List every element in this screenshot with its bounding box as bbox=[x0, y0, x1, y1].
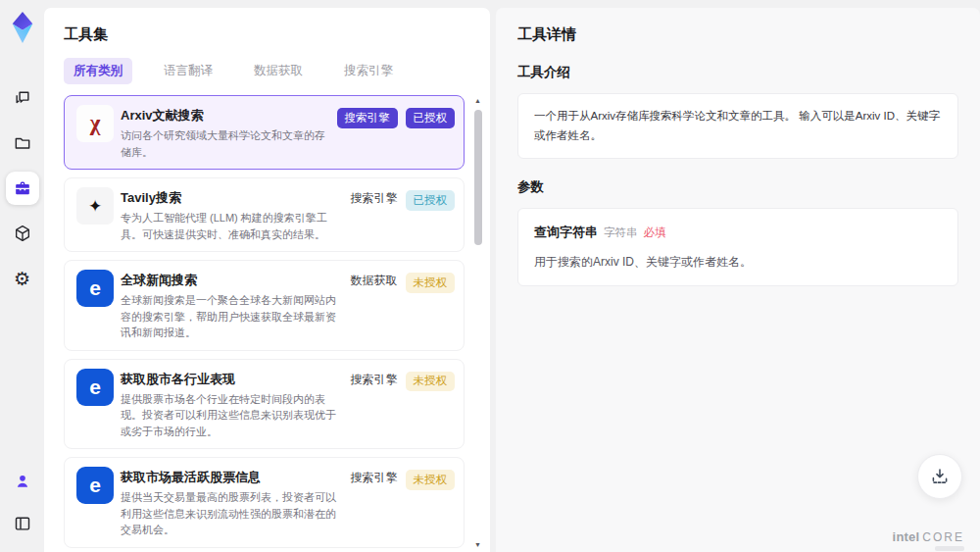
category-tab-1[interactable]: 语言翻译 bbox=[154, 58, 222, 84]
category-label: 搜索引擎 bbox=[351, 470, 398, 486]
category-tabs: 所有类别语言翻译数据获取搜索引擎 bbox=[64, 58, 490, 83]
intro-box: 一个用于从Arxiv存储库搜索科学论文和文章的工具。 输入可以是Arxiv ID… bbox=[517, 93, 958, 159]
stocks-app-icon: e bbox=[76, 467, 114, 504]
sidebar: ⚙ bbox=[0, 0, 44, 552]
panel-toggle-icon bbox=[13, 514, 32, 533]
sparkle-icon: ✦ bbox=[76, 187, 114, 225]
tool-text: 获取市场最活跃股票信息提供当天交易量最高的股票列表，投资者可以利用这些信息来识别… bbox=[121, 467, 344, 538]
category-label: 搜索引擎 bbox=[351, 190, 398, 207]
tools-panel-title: 工具集 bbox=[64, 25, 490, 44]
sidebar-item-settings[interactable]: ⚙ bbox=[6, 262, 39, 295]
news-app-icon: e bbox=[76, 270, 114, 307]
sidebar-item-folders[interactable] bbox=[6, 126, 39, 160]
tool-name: 获取市场最活跃股票信息 bbox=[121, 469, 344, 486]
tool-name: Arxiv文献搜索 bbox=[121, 107, 330, 125]
auth-status-badge: 未授权 bbox=[406, 470, 456, 490]
download-button[interactable] bbox=[917, 454, 962, 499]
tool-card[interactable]: e全球新闻搜索全球新闻搜索是一个聚合全球各大新闻网站内容的搜索引擎，帮助用户快速… bbox=[64, 260, 465, 351]
tool-badges: 搜索引擎未授权 bbox=[351, 369, 456, 440]
param-name: 查询字符串 bbox=[534, 222, 598, 243]
cube-icon bbox=[13, 224, 32, 243]
tool-details-panel: 工具详情 工具介绍 一个用于从Arxiv存储库搜索科学论文和文章的工具。 输入可… bbox=[496, 8, 980, 552]
sidebar-item-chat[interactable] bbox=[6, 81, 39, 115]
scrollbar[interactable]: ▲ ▼ bbox=[472, 97, 484, 548]
category-label: 搜索引擎 bbox=[351, 372, 398, 388]
processor-tier-badge bbox=[935, 546, 964, 551]
panels: 工具集 所有类别语言翻译数据获取搜索引擎 χArxiv文献搜索访问各个研究领域大… bbox=[44, 8, 980, 552]
param-box: 查询字符串 字符串 必填 用于搜索的Arxiv ID、关键字或作者姓名。 bbox=[517, 208, 958, 285]
category-tab-2[interactable]: 数据获取 bbox=[244, 58, 313, 84]
category-tab-3[interactable]: 搜索引擎 bbox=[334, 58, 403, 84]
scrollbar-thumb[interactable] bbox=[474, 110, 482, 245]
tool-badges: 搜索引擎未授权 bbox=[351, 467, 456, 538]
sidebar-item-collapse[interactable] bbox=[6, 507, 39, 540]
tool-description: 专为人工智能代理 (LLM) 构建的搜索引擎工具。可快速提供实时、准确和真实的结… bbox=[121, 210, 344, 242]
toolbox-icon bbox=[13, 178, 32, 198]
sidebar-nav: ⚙ bbox=[6, 81, 39, 295]
tools-panel: 工具集 所有类别语言翻译数据获取搜索引擎 χArxiv文献搜索访问各个研究领域大… bbox=[44, 8, 490, 552]
tool-card[interactable]: χArxiv文献搜索访问各个研究领域大量科学论文和文章的存储库。搜索引擎已授权 bbox=[64, 95, 465, 170]
tool-badges: 搜索引擎已授权 bbox=[351, 187, 456, 242]
param-type: 字符串 bbox=[604, 224, 638, 243]
auth-status-badge: 未授权 bbox=[406, 372, 456, 392]
sidebar-item-packages[interactable] bbox=[6, 217, 39, 250]
scroll-up-arrow[interactable]: ▲ bbox=[474, 97, 481, 104]
tool-text: 获取股市各行业表现提供股票市场各个行业在特定时间段内的表现。投资者可以利用这些信… bbox=[121, 369, 344, 440]
main-content: 工具集 所有类别语言翻译数据获取搜索引擎 χArxiv文献搜索访问各个研究领域大… bbox=[44, 0, 980, 552]
app-logo bbox=[8, 11, 37, 44]
user-icon bbox=[13, 472, 32, 491]
tool-text: 全球新闻搜索全球新闻搜索是一个聚合全球各大新闻网站内容的搜索引擎，帮助用户快速获… bbox=[121, 270, 344, 341]
details-title: 工具详情 bbox=[517, 25, 958, 44]
tool-description: 提供股票市场各个行业在特定时间段内的表现。投资者可以利用这些信息来识别表现优于或… bbox=[121, 391, 344, 440]
intel-core-logo: intel core bbox=[893, 529, 964, 544]
tool-text: Arxiv文献搜索访问各个研究领域大量科学论文和文章的存储库。 bbox=[121, 105, 330, 160]
top-strip bbox=[44, 0, 980, 8]
intro-heading: 工具介绍 bbox=[517, 64, 958, 81]
sidebar-bottom bbox=[6, 465, 39, 540]
scroll-down-arrow[interactable]: ▼ bbox=[474, 541, 481, 548]
tool-badges: 数据获取未授权 bbox=[351, 270, 456, 341]
tool-card[interactable]: e获取股市各行业表现提供股票市场各个行业在特定时间段内的表现。投资者可以利用这些… bbox=[64, 359, 465, 450]
param-required-label: 必填 bbox=[644, 224, 666, 243]
sidebar-item-user[interactable] bbox=[6, 465, 39, 498]
tool-card[interactable]: e获取市场最活跃股票信息提供当天交易量最高的股票列表，投资者可以利用这些信息来识… bbox=[64, 457, 465, 548]
app-window: ⚙ 工具集 所有类别语言翻译数据获取搜索引擎 χArxiv文献搜索访问各个研究领… bbox=[0, 0, 980, 552]
gear-icon: ⚙ bbox=[14, 270, 30, 288]
arxiv-logo-icon: χ bbox=[76, 105, 114, 142]
param-description: 用于搜索的Arxiv ID、关键字或作者姓名。 bbox=[534, 252, 942, 272]
params-heading: 参数 bbox=[517, 178, 958, 196]
tool-card[interactable]: ✦Tavily搜索专为人工智能代理 (LLM) 构建的搜索引擎工具。可快速提供实… bbox=[64, 177, 465, 252]
sidebar-item-toolbox[interactable] bbox=[6, 172, 39, 205]
tool-list-wrap: χArxiv文献搜索访问各个研究领域大量科学论文和文章的存储库。搜索引擎已授权✦… bbox=[64, 95, 490, 552]
tool-text: Tavily搜索专为人工智能代理 (LLM) 构建的搜索引擎工具。可快速提供实时… bbox=[121, 187, 344, 242]
folder-icon bbox=[13, 133, 32, 153]
tool-name: 全球新闻搜索 bbox=[121, 272, 344, 289]
tool-description: 提供当天交易量最高的股票列表，投资者可以利用这些信息来识别流动性强的股票和潜在的… bbox=[121, 489, 344, 538]
tool-description: 访问各个研究领域大量科学论文和文章的存储库。 bbox=[121, 127, 330, 160]
finance-app-icon: e bbox=[76, 369, 114, 406]
auth-status-badge: 未授权 bbox=[406, 273, 456, 293]
tool-badges: 搜索引擎已授权 bbox=[337, 105, 456, 160]
tool-description: 全球新闻搜索是一个聚合全球各大新闻网站内容的搜索引擎，帮助用户快速获取全球最新资… bbox=[121, 292, 344, 341]
category-label: 数据获取 bbox=[351, 273, 398, 289]
chat-icon bbox=[13, 88, 32, 108]
tool-list: χArxiv文献搜索访问各个研究领域大量科学论文和文章的存储库。搜索引擎已授权✦… bbox=[64, 95, 465, 552]
auth-status-badge: 已授权 bbox=[406, 108, 456, 128]
download-icon bbox=[929, 466, 951, 487]
category-tab-0[interactable]: 所有类别 bbox=[64, 58, 132, 84]
tool-name: Tavily搜索 bbox=[121, 189, 344, 207]
category-badge: 搜索引擎 bbox=[337, 108, 398, 128]
tool-name: 获取股市各行业表现 bbox=[121, 371, 344, 388]
auth-status-badge: 已授权 bbox=[406, 190, 456, 211]
